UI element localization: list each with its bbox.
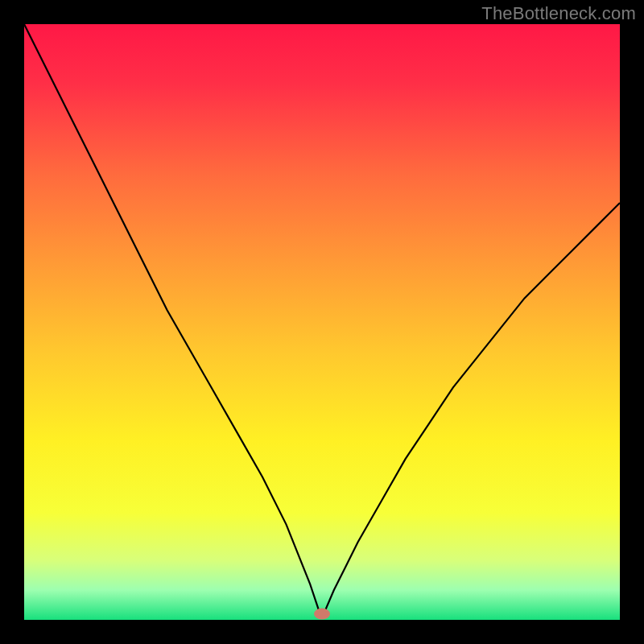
optimum-marker	[314, 609, 330, 620]
watermark-text: TheBottleneck.com	[481, 3, 636, 24]
plot-background	[24, 24, 620, 620]
bottleneck-chart	[0, 0, 644, 644]
chart-frame: TheBottleneck.com	[0, 0, 644, 644]
